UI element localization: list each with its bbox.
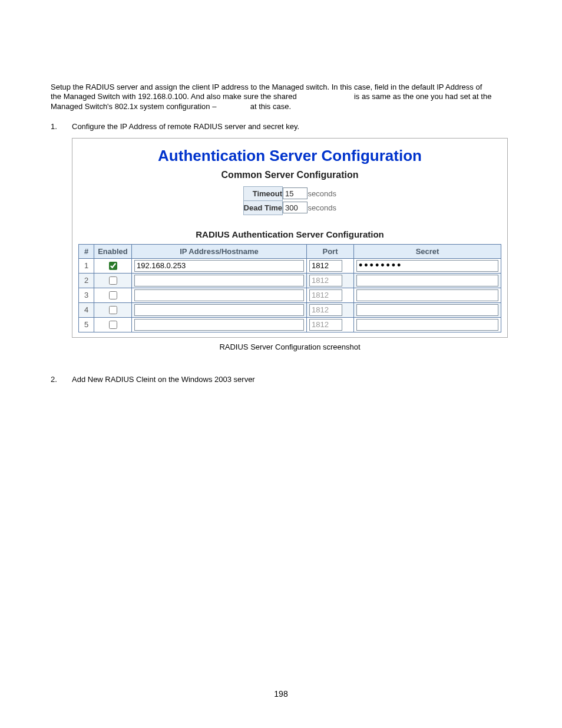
deadtime-input[interactable]: [283, 202, 308, 213]
table-row: 3: [79, 288, 501, 302]
header-port: Port: [307, 244, 354, 258]
row-index: 3: [79, 288, 94, 302]
row-index: 5: [79, 317, 94, 332]
enabled-checkbox[interactable]: [109, 291, 117, 299]
row-secret-cell: [354, 317, 501, 332]
intro-paragraph: Setup the RADIUS server and assign the c…: [51, 83, 511, 111]
timeout-unit: seconds: [308, 186, 336, 200]
table-row: 4: [79, 302, 501, 317]
secret-input[interactable]: [356, 275, 498, 286]
secret-input[interactable]: [356, 260, 498, 272]
ip-input[interactable]: [134, 260, 304, 272]
step-2-number: 2.: [51, 375, 72, 385]
screenshot-caption: RADIUS Server Configuration screenshot: [72, 342, 508, 351]
document-page: Setup the RADIUS server and assign the c…: [0, 0, 562, 728]
intro-line-2a: the Managed Switch with 192.168.0.100. A…: [51, 92, 297, 101]
ip-input[interactable]: [134, 304, 304, 316]
config-title: Authentication Server Configuration: [78, 147, 501, 165]
row-port-cell: [307, 317, 354, 332]
enabled-checkbox[interactable]: [109, 306, 117, 314]
deadtime-label: Dead Time: [243, 200, 283, 215]
enabled-checkbox[interactable]: [109, 262, 117, 270]
row-secret-cell: [354, 288, 501, 302]
row-index: 1: [79, 258, 94, 273]
row-port-cell: [307, 302, 354, 317]
step-1: 1. Configure the IP Address of remote RA…: [51, 122, 511, 132]
port-input[interactable]: [309, 260, 342, 272]
row-enabled-cell: [94, 288, 132, 302]
row-ip-cell: [132, 302, 307, 317]
row-enabled-cell: [94, 317, 132, 332]
row-port-cell: [307, 258, 354, 273]
step-1-number: 1.: [51, 122, 72, 132]
ip-input[interactable]: [134, 275, 304, 286]
step-2: 2. Add New RADIUS Cleint on the Windows …: [51, 375, 511, 385]
step-2-text: Add New RADIUS Cleint on the Windows 200…: [72, 375, 511, 385]
row-secret-cell: [354, 302, 501, 317]
radius-subtitle: RADIUS Authentication Server Configurati…: [78, 229, 501, 239]
enabled-checkbox[interactable]: [109, 321, 117, 329]
table-row: 1: [79, 258, 501, 273]
page-number: 198: [0, 689, 562, 699]
header-enabled: Enabled: [94, 244, 132, 258]
port-input[interactable]: [309, 289, 342, 301]
intro-line-3a: Managed Switch's 802.1x system configura…: [51, 102, 216, 111]
table-row: 2: [79, 273, 501, 288]
header-secret: Secret: [354, 244, 501, 258]
port-input[interactable]: [309, 304, 342, 316]
row-enabled-cell: [94, 273, 132, 288]
intro-line-1: Setup the RADIUS server and assign the c…: [51, 83, 482, 91]
header-index: #: [79, 244, 94, 258]
row-index: 2: [79, 273, 94, 288]
row-secret-cell: [354, 258, 501, 273]
row-port-cell: [307, 273, 354, 288]
row-ip-cell: [132, 273, 307, 288]
secret-input[interactable]: [356, 319, 498, 331]
intro-line-3b: at this case.: [250, 102, 291, 111]
row-secret-cell: [354, 273, 501, 288]
ip-input[interactable]: [134, 289, 304, 301]
row-enabled-cell: [94, 302, 132, 317]
row-enabled-cell: [94, 258, 132, 273]
config-screenshot: Authentication Server Configuration Comm…: [72, 138, 508, 338]
row-port-cell: [307, 288, 354, 302]
intro-line-2b: is as same as the one you had set at the: [354, 92, 491, 101]
row-index: 4: [79, 302, 94, 317]
secret-input[interactable]: [356, 289, 498, 301]
row-ip-cell: [132, 258, 307, 273]
port-input[interactable]: [309, 319, 342, 331]
radius-server-table: # Enabled IP Address/Hostname Port Secre…: [78, 244, 501, 332]
step-1-text: Configure the IP Address of remote RADIU…: [72, 122, 511, 132]
table-row: 5: [79, 317, 501, 332]
port-input[interactable]: [309, 275, 342, 286]
header-ip: IP Address/Hostname: [132, 244, 307, 258]
timeout-label: Timeout: [243, 186, 283, 200]
enabled-checkbox[interactable]: [109, 276, 117, 285]
secret-input[interactable]: [356, 304, 498, 316]
deadtime-unit: seconds: [308, 200, 336, 215]
row-ip-cell: [132, 317, 307, 332]
timeout-input[interactable]: [283, 187, 308, 199]
config-subtitle: Common Server Configuration: [78, 170, 501, 180]
common-config-table: Timeout seconds Dead Time seconds: [243, 186, 337, 215]
ip-input[interactable]: [134, 319, 304, 331]
row-ip-cell: [132, 288, 307, 302]
